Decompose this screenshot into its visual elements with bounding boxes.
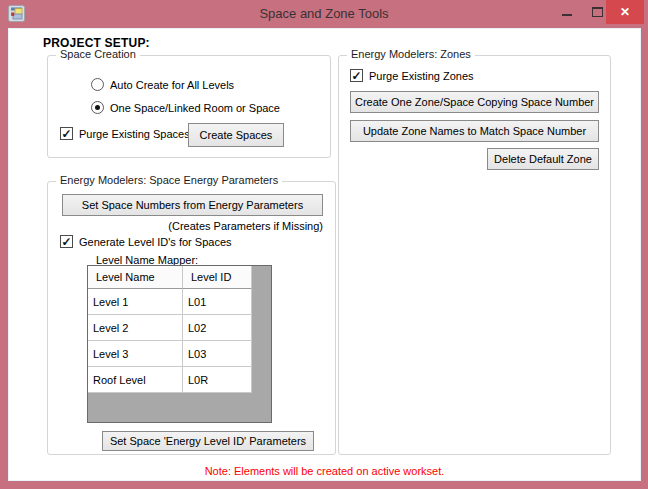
grid-cell-level-id[interactable]: L02 <box>183 315 252 341</box>
grid-cell-level-id[interactable]: L0R <box>183 367 252 393</box>
creates-parameters-note: (Creates Parameters if Missing) <box>48 220 323 232</box>
create-spaces-button[interactable]: Create Spaces <box>188 123 284 147</box>
table-row[interactable]: Level 3 L03 <box>88 341 271 367</box>
delete-default-zone-button[interactable]: Delete Default Zone <box>487 148 599 170</box>
set-energy-level-id-button[interactable]: Set Space 'Energy Level ID' Parameters <box>102 431 314 451</box>
minimize-button[interactable] <box>554 0 580 24</box>
table-row[interactable]: Level 1 L01 <box>88 289 271 315</box>
grid-header-row: Level Name Level ID <box>88 266 271 289</box>
update-zone-names-button[interactable]: Update Zone Names to Match Space Number <box>350 120 599 142</box>
close-button[interactable]: ✕ <box>606 0 644 24</box>
create-zone-button[interactable]: Create One Zone/Space Copying Space Numb… <box>350 91 599 113</box>
group-zones-title: Energy Modelers: Zones <box>347 48 475 60</box>
radio-icon[interactable] <box>91 78 104 91</box>
grid-header-level-id[interactable]: Level ID <box>183 266 252 289</box>
grid-header-level-name[interactable]: Level Name <box>88 266 183 289</box>
maximize-icon <box>592 7 603 17</box>
checkbox-checked-icon[interactable]: ✓ <box>60 127 73 140</box>
workset-note: Note: Elements will be created on active… <box>9 465 640 477</box>
checkbox-generate-level-ids-label: Generate Level ID's for Spaces <box>79 236 232 248</box>
checkbox-checked-icon[interactable]: ✓ <box>350 69 363 82</box>
grid-cell-level-name[interactable]: Level 3 <box>88 341 183 367</box>
grid-cell-level-id[interactable]: L03 <box>183 341 252 367</box>
checkbox-purge-zones-label: Purge Existing Zones <box>369 70 474 82</box>
radio-one-space[interactable]: One Space/Linked Room or Space <box>91 101 280 114</box>
titlebar[interactable]: Space and Zone Tools ✕ <box>0 0 648 28</box>
close-icon: ✕ <box>620 5 630 19</box>
group-space-creation: Space Creation Auto Create for All Level… <box>47 55 331 158</box>
group-zones: Energy Modelers: Zones ✓ Purge Existing … <box>338 55 611 455</box>
grid-cell-level-name[interactable]: Level 1 <box>88 289 183 315</box>
set-space-numbers-button[interactable]: Set Space Numbers from Energy Parameters <box>62 194 323 216</box>
dialog-window: Space and Zone Tools ✕ PROJECT SETUP: Sp… <box>0 0 648 489</box>
checkbox-purge-spaces[interactable]: ✓ Purge Existing Spaces <box>60 127 190 140</box>
checkbox-checked-icon[interactable]: ✓ <box>60 235 73 248</box>
table-row[interactable]: Roof Level L0R <box>88 367 271 393</box>
checkbox-purge-spaces-label: Purge Existing Spaces <box>79 128 190 140</box>
window-title: Space and Zone Tools <box>0 0 648 26</box>
grid-cell-level-id[interactable]: L01 <box>183 289 252 315</box>
grid-cell-level-name[interactable]: Roof Level <box>88 367 183 393</box>
radio-auto-create-label: Auto Create for All Levels <box>110 79 234 91</box>
dialog-body: PROJECT SETUP: Space Creation Auto Creat… <box>8 28 641 481</box>
radio-auto-create[interactable]: Auto Create for All Levels <box>91 78 234 91</box>
group-space-energy-parameters: Energy Modelers: Space Energy Parameters… <box>47 181 336 455</box>
group-space-creation-title: Space Creation <box>56 48 140 60</box>
radio-one-space-label: One Space/Linked Room or Space <box>110 102 280 114</box>
checkbox-generate-level-ids[interactable]: ✓ Generate Level ID's for Spaces <box>60 235 232 248</box>
table-row[interactable]: Level 2 L02 <box>88 315 271 341</box>
group-space-energy-title: Energy Modelers: Space Energy Parameters <box>56 174 282 186</box>
radio-selected-icon[interactable] <box>91 101 104 114</box>
grid-cell-level-name[interactable]: Level 2 <box>88 315 183 341</box>
minimize-icon <box>562 14 572 16</box>
checkbox-purge-zones[interactable]: ✓ Purge Existing Zones <box>350 69 474 82</box>
level-name-mapper-grid[interactable]: Level Name Level ID Level 1 L01 Level 2 … <box>87 265 272 423</box>
